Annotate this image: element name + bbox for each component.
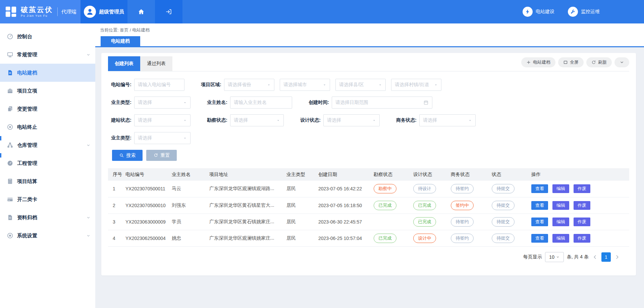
logo-divider bbox=[57, 7, 58, 16]
toolbar-create-station-button[interactable]: 电站建档 bbox=[521, 57, 555, 67]
filter-group-owner-type: 业主类型:请选择 bbox=[109, 97, 191, 109]
logo-icon bbox=[5, 5, 17, 18]
sidebar-item-station-termination[interactable]: 电站终止 bbox=[0, 118, 95, 136]
town-select[interactable]: 请选择村镇/街道 bbox=[391, 79, 441, 91]
panel-card: 创建列表 通过列表 电站建档全屏刷新 电站编号:请输入电站编号项目区域:请选择省… bbox=[101, 53, 636, 275]
caret-down-icon bbox=[183, 119, 187, 122]
top-header: 破茧云伏 Po Jian Yun Fu 代理端 超级管理员 电站建设 监控运维 bbox=[0, 0, 644, 23]
page-number-1[interactable]: 1 bbox=[601, 252, 611, 262]
void-button[interactable]: 作废 bbox=[574, 218, 590, 226]
filter-group-business-status: 商务状态:请选择 bbox=[394, 114, 476, 126]
sidebar-item-station-archive[interactable]: 电站建档 bbox=[0, 64, 95, 82]
quick-link-station-construction[interactable]: 电站建设 bbox=[523, 7, 554, 17]
cell-owner_type: 居民 bbox=[284, 181, 316, 197]
cell-code: YX2023070500011 bbox=[123, 181, 169, 197]
search-icon bbox=[119, 153, 124, 158]
toolbar-refresh-button[interactable]: 刷新 bbox=[586, 57, 612, 67]
placeholder-text: 请选择 bbox=[138, 100, 181, 106]
owner-type-select[interactable]: 请选择 bbox=[134, 97, 191, 109]
view-button[interactable]: 查看 bbox=[531, 184, 548, 193]
column-header-seq: 序号 bbox=[108, 168, 123, 181]
sidebar-item-engineering-management[interactable]: 工程管理 bbox=[0, 154, 95, 172]
tab-passed-list[interactable]: 通过列表 bbox=[140, 56, 172, 71]
sidebar-item-project-initiation[interactable]: 项目立项 bbox=[0, 82, 95, 100]
cell-design: 设计中 bbox=[411, 230, 448, 246]
county-select[interactable]: 请选择县/区 bbox=[335, 79, 386, 91]
toolbar-fullscreen-button[interactable]: 全屏 bbox=[558, 57, 584, 67]
survey-status-select[interactable]: 请选择 bbox=[230, 114, 284, 126]
prev-page-button[interactable] bbox=[592, 254, 598, 260]
next-page-button[interactable] bbox=[614, 254, 621, 260]
province-select[interactable]: 请选择省份 bbox=[224, 79, 274, 91]
void-button[interactable]: 作废 bbox=[574, 184, 590, 193]
wrench-icon bbox=[568, 7, 578, 17]
edit-button[interactable]: 编辑 bbox=[552, 184, 569, 193]
caret-down-icon bbox=[183, 136, 187, 140]
cell-design: 已完成 bbox=[411, 213, 448, 230]
status-badge: 待签约 bbox=[451, 184, 474, 193]
owner-type-2-select[interactable]: 请选择 bbox=[134, 132, 191, 144]
edit-button[interactable]: 编辑 bbox=[552, 218, 569, 226]
filter-group-owner-name: 业主姓名:请输入业主姓名 bbox=[205, 97, 292, 109]
sidebar-item-system-settings[interactable]: 系统设置 bbox=[0, 227, 95, 245]
toolbar-button-label: 全屏 bbox=[570, 59, 579, 65]
per-page-select[interactable]: 10 bbox=[545, 252, 564, 262]
sidebar-item-project-settlement[interactable]: 项目结算 bbox=[0, 172, 95, 190]
business-status-select[interactable]: 请选择 bbox=[419, 114, 476, 126]
table-header-row: 序号电站编号业主姓名项目地址业主类型创建日期勘察状态设计状态商务状态状态操作 bbox=[108, 168, 629, 181]
user-menu[interactable]: 超级管理员 bbox=[80, 0, 127, 23]
city-select[interactable]: 请选择城市 bbox=[280, 79, 330, 91]
filter-group-survey-status: 勘察状态:请选择 bbox=[205, 114, 284, 126]
toolbar-more-button[interactable] bbox=[614, 57, 629, 67]
view-button[interactable]: 查看 bbox=[531, 218, 548, 226]
tab-create-list[interactable]: 创建列表 bbox=[108, 56, 140, 71]
sidebar-item-console[interactable]: 控制台 bbox=[0, 27, 95, 46]
page-tab-station-archive[interactable]: 电站建档 bbox=[101, 36, 140, 46]
reset-button[interactable]: 重置 bbox=[146, 150, 177, 161]
status-badge: 待提交 bbox=[492, 217, 515, 227]
chevron-left-icon bbox=[592, 254, 598, 260]
filter-row-3: 建站状态:请选择勘察状态:请选择设计状态:请选择商务状态:请选择 bbox=[108, 114, 629, 126]
created-time-date-input[interactable]: 请选择日期范围 bbox=[332, 97, 432, 109]
view-button[interactable]: 查看 bbox=[531, 234, 548, 243]
sidebar-item-general-management[interactable]: 常规管理 bbox=[0, 46, 95, 64]
void-button[interactable]: 作废 bbox=[574, 201, 590, 210]
filter-label-business-status: 商务状态: bbox=[394, 117, 417, 123]
design-status-select[interactable]: 请选择 bbox=[323, 114, 380, 126]
cell-business: 签约中 bbox=[448, 197, 489, 213]
filter-label-owner-type: 业主类型: bbox=[109, 100, 131, 106]
cell-design: 已完成 bbox=[411, 197, 448, 213]
edit-button[interactable]: 编辑 bbox=[552, 201, 569, 210]
sidebar-item-second-class-card[interactable]: 开二类卡 bbox=[0, 190, 95, 208]
logout-button[interactable] bbox=[155, 0, 182, 23]
plus-icon bbox=[526, 60, 531, 65]
sidebar-item-warehouse-management[interactable]: 仓库管理 bbox=[0, 136, 95, 154]
home-button[interactable] bbox=[127, 0, 155, 23]
status-badge: 待签约 bbox=[451, 217, 474, 227]
cell-design: 待设计 bbox=[411, 181, 448, 197]
document-icon bbox=[7, 69, 13, 76]
quick-link-monitor-ops[interactable]: 监控运维 bbox=[568, 7, 600, 17]
sidebar-item-data-archive[interactable]: 资料归档 bbox=[0, 208, 95, 227]
edit-button[interactable]: 编辑 bbox=[552, 234, 569, 243]
search-button[interactable]: 搜索 bbox=[112, 150, 143, 161]
build-status-select[interactable]: 请选择 bbox=[134, 114, 191, 126]
placeholder-text: 请选择县/区 bbox=[339, 82, 376, 88]
table-row: 3YX2023063000009学员广东深圳龙华区黄石镇姚家庄...居民2023… bbox=[108, 213, 629, 230]
sidebar-item-change-management[interactable]: 变更管理 bbox=[0, 100, 95, 118]
filter-row-2: 业主类型:请选择业主姓名:请输入业主姓名创建时间:请选择日期范围 bbox=[108, 97, 629, 109]
breadcrumb-home-link[interactable]: 首页 bbox=[120, 27, 128, 33]
column-header-survey: 勘察状态 bbox=[371, 168, 411, 181]
view-button[interactable]: 查看 bbox=[531, 201, 548, 210]
station-code-input[interactable]: 请输入电站编号 bbox=[134, 79, 184, 91]
cell-business: 待签约 bbox=[448, 230, 489, 246]
chevron-right-icon bbox=[614, 254, 620, 260]
file-icon bbox=[7, 214, 13, 221]
cell-owner: 姚忠 bbox=[169, 230, 207, 246]
void-button[interactable]: 作废 bbox=[574, 234, 590, 243]
refresh-icon bbox=[591, 60, 596, 65]
owner-name-input[interactable]: 请输入业主姓名 bbox=[230, 97, 292, 109]
sidebar-item-label: 控制台 bbox=[17, 34, 91, 40]
chevron-down-icon bbox=[86, 234, 91, 238]
filter-label-station-code: 电站编号: bbox=[109, 82, 131, 88]
